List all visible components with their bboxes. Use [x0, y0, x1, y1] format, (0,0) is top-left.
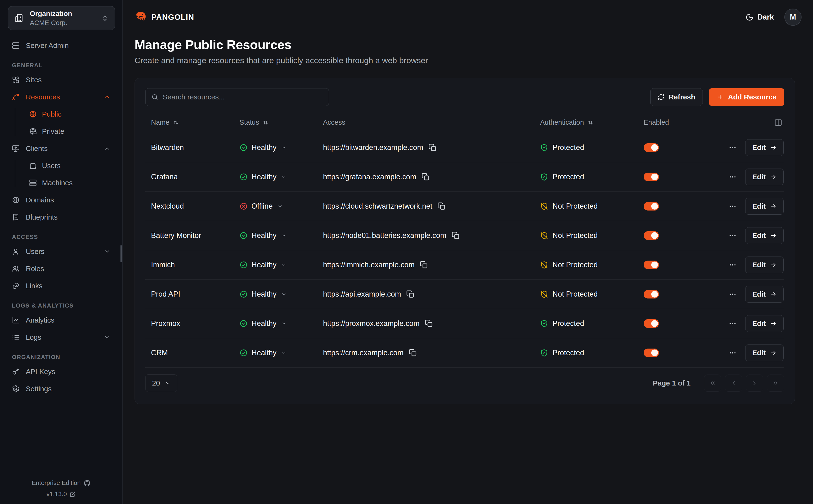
theme-toggle[interactable]: Dark — [746, 13, 774, 21]
chevron-down-icon — [165, 380, 170, 386]
prev-page-button[interactable] — [725, 375, 742, 392]
table-row: Battery Monitor Healthy https://node01.b… — [145, 221, 784, 250]
enabled-toggle[interactable] — [644, 202, 659, 211]
column-header-authentication[interactable]: Authentication — [540, 118, 644, 126]
table-row: Prod API Healthy https://api.example.com — [145, 280, 784, 309]
sidebar-item-resources[interactable]: Resources — [6, 90, 116, 104]
row-menu-button[interactable] — [727, 231, 738, 240]
circle-check-icon — [239, 349, 248, 357]
edit-button[interactable]: Edit — [745, 227, 784, 244]
edit-button[interactable]: Edit — [745, 257, 784, 273]
enabled-toggle[interactable] — [644, 143, 659, 152]
sidebar-item-public[interactable]: Public — [23, 107, 116, 122]
enabled-toggle[interactable] — [644, 319, 659, 328]
row-menu-button[interactable] — [727, 290, 738, 298]
auth-label: Protected — [553, 319, 584, 328]
page-size-select[interactable]: 20 — [145, 374, 177, 392]
search-icon — [151, 93, 158, 101]
brand[interactable]: PANGOLIN — [134, 11, 194, 23]
resource-url: https://bitwarden.example.com — [323, 143, 423, 152]
status-label: Healthy — [251, 231, 276, 240]
sidebar-item-users[interactable]: Users — [6, 244, 116, 259]
column-header-status[interactable]: Status — [239, 118, 323, 126]
status-dropdown[interactable]: Healthy — [239, 290, 323, 298]
column-header-name[interactable]: Name — [145, 118, 239, 126]
resource-url: https://crm.example.com — [323, 349, 403, 357]
sidebar-item-blueprints[interactable]: Blueprints — [6, 210, 116, 225]
edit-button[interactable]: Edit — [745, 198, 784, 215]
sidebar-item-server-admin[interactable]: Server Admin — [6, 38, 116, 53]
chevron-down-icon — [281, 174, 286, 180]
sidebar-item-api-keys[interactable]: API Keys — [6, 364, 116, 379]
edit-button[interactable]: Edit — [745, 345, 784, 361]
edit-button[interactable]: Edit — [745, 139, 784, 156]
chevron-down-icon — [281, 350, 286, 355]
status-dropdown[interactable]: Healthy — [239, 349, 323, 357]
sidebar-item-roles[interactable]: Roles — [6, 261, 116, 276]
copy-url-button[interactable] — [452, 231, 460, 240]
enabled-toggle[interactable] — [644, 349, 659, 357]
row-menu-button[interactable] — [727, 349, 738, 357]
sidebar-item-sites[interactable]: Sites — [6, 72, 116, 87]
column-header-enabled: Enabled — [644, 118, 727, 126]
server-icon — [29, 179, 37, 187]
page-title: Manage Public Resources — [134, 37, 801, 52]
copy-url-button[interactable] — [429, 144, 437, 152]
search-input[interactable] — [163, 93, 323, 101]
sidebar-item-machines[interactable]: Machines — [23, 175, 116, 190]
column-options[interactable] — [727, 118, 784, 127]
server-icon — [12, 42, 20, 49]
section-general: GENERAL — [12, 62, 116, 69]
status-dropdown[interactable]: Healthy — [239, 173, 323, 181]
enabled-toggle[interactable] — [644, 231, 659, 240]
add-resource-button[interactable]: Add Resource — [709, 88, 784, 106]
sidebar-item-analytics[interactable]: Analytics — [6, 313, 116, 328]
status-dropdown[interactable]: Healthy — [239, 261, 323, 269]
sidebar-item-links[interactable]: Links — [6, 278, 116, 293]
sidebar-item-clients[interactable]: Clients — [6, 141, 116, 156]
enabled-toggle[interactable] — [644, 290, 659, 298]
page-subtitle: Create and manage resources that are pub… — [134, 56, 801, 65]
resource-name: Nextcloud — [145, 202, 239, 211]
sidebar-scrollbar-thumb[interactable] — [120, 245, 122, 262]
edit-button[interactable]: Edit — [745, 315, 784, 332]
copy-url-button[interactable] — [420, 261, 428, 269]
row-menu-button[interactable] — [727, 173, 738, 181]
row-menu-button[interactable] — [727, 319, 738, 328]
copy-url-button[interactable] — [422, 173, 430, 181]
copy-url-button[interactable] — [406, 290, 415, 298]
shield-check-icon — [540, 144, 548, 152]
copy-url-button[interactable] — [425, 319, 433, 328]
edition-label: Enterprise Edition — [32, 479, 81, 487]
sidebar-item-settings[interactable]: Settings — [6, 381, 116, 396]
copy-url-button[interactable] — [438, 202, 446, 210]
row-menu-button[interactable] — [727, 144, 738, 152]
sidebar-item-private[interactable]: Private — [23, 124, 116, 139]
github-icon[interactable] — [83, 479, 91, 487]
org-selector[interactable]: Organization ACME Corp. — [8, 6, 115, 30]
status-dropdown[interactable]: Healthy — [239, 319, 323, 328]
resource-url: https://node01.batteries.example.com — [323, 231, 446, 240]
circle-check-icon — [239, 173, 248, 181]
edit-button[interactable]: Edit — [745, 169, 784, 185]
next-page-button[interactable] — [746, 375, 763, 392]
copy-url-button[interactable] — [409, 349, 417, 357]
org-value: ACME Corp. — [30, 19, 96, 27]
row-menu-button[interactable] — [727, 202, 738, 210]
row-menu-button[interactable] — [727, 261, 738, 269]
sidebar-item-logs[interactable]: Logs — [6, 330, 116, 345]
edit-button[interactable]: Edit — [745, 286, 784, 303]
sidebar-item-client-users[interactable]: Users — [23, 158, 116, 173]
arrow-right-icon — [770, 291, 777, 298]
external-link-icon[interactable] — [70, 491, 76, 497]
refresh-button[interactable]: Refresh — [650, 88, 703, 106]
first-page-button[interactable] — [704, 375, 721, 392]
avatar[interactable]: M — [784, 9, 802, 26]
enabled-toggle[interactable] — [644, 261, 659, 269]
status-dropdown[interactable]: Healthy — [239, 231, 323, 240]
status-dropdown[interactable]: Offline — [239, 202, 323, 211]
enabled-toggle[interactable] — [644, 173, 659, 181]
last-page-button[interactable] — [767, 375, 784, 392]
sidebar-item-domains[interactable]: Domains — [6, 193, 116, 207]
status-dropdown[interactable]: Healthy — [239, 143, 323, 152]
